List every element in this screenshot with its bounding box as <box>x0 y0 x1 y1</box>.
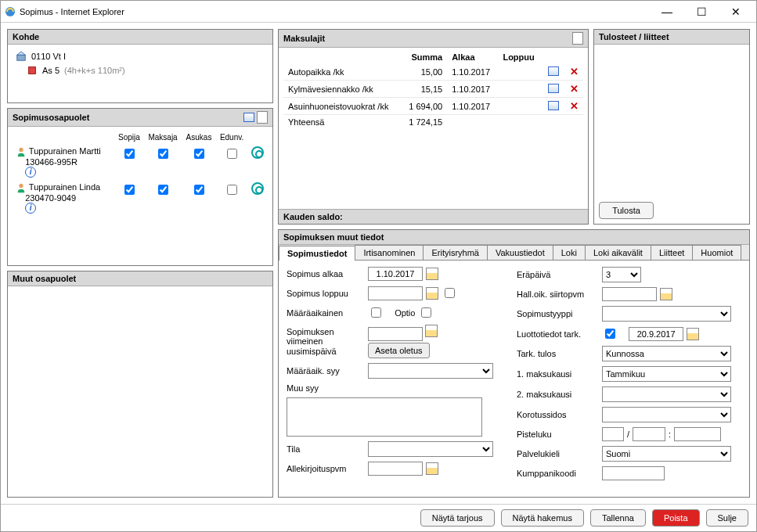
lbl-optio: Optio <box>395 308 415 318</box>
tab-erityisryhma[interactable]: Erityisryhmä <box>423 245 488 260</box>
party-id: 130466-995R <box>25 157 78 167</box>
pisteluku-1[interactable] <box>602 427 624 441</box>
calendar-icon[interactable] <box>426 287 438 300</box>
tila-select[interactable] <box>368 441 493 457</box>
sopimus-loppuu-input[interactable] <box>368 286 423 300</box>
svg-rect-1 <box>17 55 26 60</box>
muu-syy-textarea[interactable] <box>287 397 482 437</box>
svg-marker-2 <box>17 52 26 55</box>
edit-icon[interactable] <box>548 101 559 110</box>
allekirjoitus-input[interactable] <box>368 462 423 476</box>
ie-icon <box>4 5 16 18</box>
maaraik-syy-select[interactable] <box>368 363 493 379</box>
sulje-button[interactable]: Sulje <box>706 509 748 527</box>
target-icon[interactable] <box>251 182 264 195</box>
delete-icon[interactable]: ✕ <box>570 66 579 77</box>
print-button[interactable]: Tulosta <box>599 202 654 219</box>
maksukausi1-select[interactable]: Tammikuu <box>602 366 731 382</box>
delete-icon[interactable]: ✕ <box>570 83 579 95</box>
maksaja-check[interactable] <box>158 185 168 195</box>
lbl-maksukausi1: 1. maksukausi <box>517 369 599 379</box>
page-icon[interactable] <box>257 111 268 124</box>
pay-sum: 15,15 <box>401 81 447 98</box>
calendar-icon[interactable] <box>426 268 438 280</box>
maksukausi2-select[interactable] <box>602 386 731 402</box>
pisteluku-2[interactable] <box>633 427 665 441</box>
pisteluku-3[interactable] <box>674 427 721 441</box>
lbl-maaraik-syy: Määräaik. syy <box>287 366 365 376</box>
info-icon[interactable]: i <box>25 203 36 214</box>
payment-row: Autopaikka /kk 15,00 1.10.2017 ✕ <box>283 63 583 81</box>
col-maksaja: Maksaja <box>145 131 181 143</box>
tab-loki-aikavalit[interactable]: Loki aikavälit <box>585 245 651 260</box>
sopija-check[interactable] <box>124 185 135 195</box>
tab-loki[interactable]: Loki <box>553 245 586 260</box>
calendar-icon[interactable] <box>425 325 438 337</box>
uusimispaiva-input[interactable] <box>368 327 423 341</box>
pay-name: Asuinhuoneistovuokrat /kk <box>283 98 401 115</box>
maaraaikainen-check[interactable] <box>371 307 381 318</box>
tab-liitteet[interactable]: Liitteet <box>651 245 693 260</box>
sopija-check[interactable] <box>124 149 135 159</box>
tulosteet-panel: Tulosteet / liitteet Tulosta <box>593 29 750 225</box>
korotussidos-select[interactable] <box>602 407 731 422</box>
party-id: 230470-9049 <box>25 193 76 203</box>
edit-icon[interactable] <box>548 84 559 93</box>
payment-row: Asuinhuoneistovuokrat /kk 1 694,00 1.10.… <box>283 98 583 115</box>
minimize-button[interactable]: — <box>656 4 678 20</box>
info-icon[interactable]: i <box>25 167 36 178</box>
asukas-check[interactable] <box>194 185 204 195</box>
edit-parties-icon[interactable] <box>243 113 254 122</box>
aseta-oletus-button[interactable]: Aseta oletus <box>368 343 430 358</box>
kohde-addr2: As 5 <box>42 66 59 75</box>
sopimus-alkaa-input[interactable] <box>368 267 423 281</box>
sopimustyyppi-select[interactable] <box>602 306 731 322</box>
party-name: Tuppurainen Martti <box>29 146 101 156</box>
asukas-check[interactable] <box>194 149 204 159</box>
col-loppuu: Loppuu <box>498 51 542 63</box>
halloik-input[interactable] <box>602 287 657 301</box>
calendar-icon[interactable] <box>660 288 672 300</box>
lbl-luottotiedot: Luottotiedot tark. <box>517 329 599 339</box>
parties-panel: Sopimusosapuolet Sopija Maksaja Asukas E… <box>7 108 273 266</box>
kohde-title: Kohde <box>13 32 39 41</box>
target-icon[interactable] <box>251 146 264 159</box>
tallenna-button[interactable]: Tallenna <box>590 509 646 527</box>
lbl-maaraaikainen: Määräaikainen <box>287 308 365 318</box>
total-row: Yhteensä 1 724,15 <box>283 115 583 130</box>
party-row: Tuppurainen Linda 230470-9049 i <box>14 181 266 215</box>
tab-huomiot[interactable]: Huomiot <box>692 245 741 260</box>
luottotiedot-date[interactable] <box>629 327 683 341</box>
pay-start: 1.10.2017 <box>447 81 498 98</box>
col-sopija: Sopija <box>115 131 143 143</box>
calendar-icon[interactable] <box>687 328 699 340</box>
poista-button[interactable]: Poista <box>652 509 700 527</box>
page-icon[interactable] <box>572 32 583 45</box>
optio-check[interactable] <box>421 307 431 318</box>
party-name: Tuppurainen Linda <box>29 182 100 192</box>
lbl-tark-tulos: Tark. tulos <box>517 349 599 358</box>
loppuu-check[interactable] <box>445 288 455 298</box>
maksaja-check[interactable] <box>158 149 168 159</box>
edunv-check[interactable] <box>227 149 237 159</box>
calendar-icon[interactable] <box>426 462 438 475</box>
edit-icon[interactable] <box>548 66 559 76</box>
luottotiedot-check[interactable] <box>605 329 615 339</box>
erapaiva-select[interactable]: 3 <box>602 267 641 282</box>
lbl-halloik: Hall.oik. siirtopvm <box>517 289 599 299</box>
edunv-check[interactable] <box>227 185 237 195</box>
tab-sopimustiedot[interactable]: Sopimustiedot <box>279 246 355 261</box>
muut-panel: Muut osapuolet <box>7 271 273 498</box>
kohde-addr1: 0110 Vt I <box>31 52 66 61</box>
nayta-tarjous-button[interactable]: Näytä tarjous <box>420 509 495 527</box>
tabs: Sopimustiedot Irtisanominen Erityisryhmä… <box>279 245 749 261</box>
kumppanikoodi-input[interactable] <box>602 466 665 480</box>
maximize-button[interactable]: ☐ <box>690 4 712 20</box>
tab-irtisanominen[interactable]: Irtisanominen <box>355 245 424 260</box>
delete-icon[interactable]: ✕ <box>570 100 579 112</box>
nayta-hakemus-button[interactable]: Näytä hakemus <box>501 509 584 527</box>
close-button[interactable]: ✕ <box>725 4 747 20</box>
palvelukieli-select[interactable]: Suomi <box>602 446 731 462</box>
tark-tulos-select[interactable]: Kunnossa <box>602 346 731 361</box>
tab-vakuustiedot[interactable]: Vakuustiedot <box>487 245 553 260</box>
